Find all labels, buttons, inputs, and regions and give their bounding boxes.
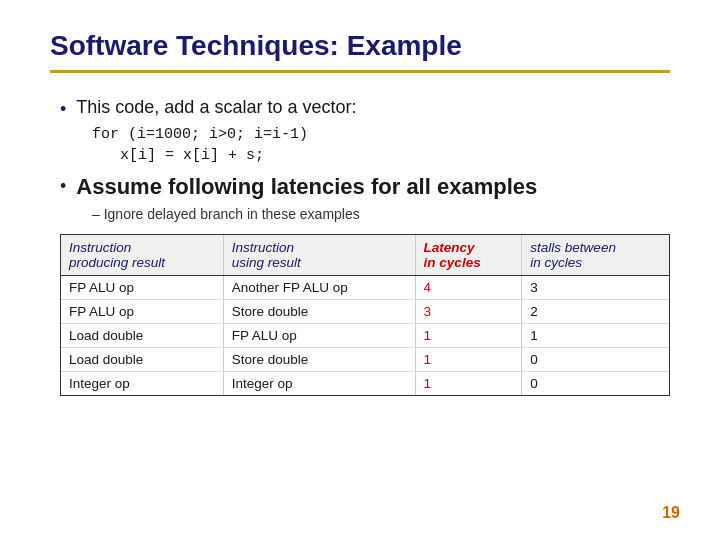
table-body: FP ALU opAnother FP ALU op43FP ALU opSto…: [61, 276, 669, 396]
bullet-1-text: This code, add a scalar to a vector:: [76, 97, 356, 118]
table-cell-2-3: 1: [522, 324, 669, 348]
col-header-using: Instructionusing result: [223, 235, 415, 276]
table-cell-4-3: 0: [522, 372, 669, 396]
code-line-1: for (i=1000; i>0; i=i-1): [92, 126, 670, 143]
table-cell-0-0: FP ALU op: [61, 276, 223, 300]
table-cell-4-1: Integer op: [223, 372, 415, 396]
bullet-1: • This code, add a scalar to a vector:: [60, 97, 670, 120]
table-cell-2-2: 1: [415, 324, 522, 348]
table-cell-2-1: FP ALU op: [223, 324, 415, 348]
table-cell-0-1: Another FP ALU op: [223, 276, 415, 300]
table-row: Load doubleStore double10: [61, 348, 669, 372]
col-header-producing: Instructionproducing result: [61, 235, 223, 276]
col-header-stalls: stalls betweenin cycles: [522, 235, 669, 276]
table-cell-1-0: FP ALU op: [61, 300, 223, 324]
table-cell-4-0: Integer op: [61, 372, 223, 396]
table-cell-2-0: Load double: [61, 324, 223, 348]
table-cell-1-1: Store double: [223, 300, 415, 324]
page-number: 19: [662, 504, 680, 522]
table-row: FP ALU opStore double32: [61, 300, 669, 324]
latency-table-container: Instructionproducing result Instructionu…: [60, 234, 670, 396]
bullet-icon-1: •: [60, 99, 66, 120]
bullet-2: • Assume following latencies for all exa…: [60, 174, 670, 200]
table-cell-3-1: Store double: [223, 348, 415, 372]
latency-table: Instructionproducing result Instructionu…: [61, 235, 669, 395]
table-row: Integer opInteger op10: [61, 372, 669, 396]
table-cell-1-3: 2: [522, 300, 669, 324]
bullet-2-text: Assume following latencies for all examp…: [76, 174, 537, 200]
table-cell-1-2: 3: [415, 300, 522, 324]
table-cell-3-0: Load double: [61, 348, 223, 372]
slide: Software Techniques: Example • This code…: [0, 0, 720, 540]
table-row: Load doubleFP ALU op11: [61, 324, 669, 348]
slide-title: Software Techniques: Example: [50, 30, 670, 62]
code-line-2: x[i] = x[i] + s;: [120, 147, 670, 164]
table-cell-0-2: 4: [415, 276, 522, 300]
table-cell-4-2: 1: [415, 372, 522, 396]
col-header-latency: Latencyin cycles: [415, 235, 522, 276]
title-area: Software Techniques: Example: [50, 30, 670, 73]
table-cell-3-2: 1: [415, 348, 522, 372]
table-cell-0-3: 3: [522, 276, 669, 300]
table-header-row: Instructionproducing result Instructionu…: [61, 235, 669, 276]
table-cell-3-3: 0: [522, 348, 669, 372]
bullet-icon-2: •: [60, 176, 66, 197]
slide-content: • This code, add a scalar to a vector: f…: [50, 97, 670, 396]
sub-bullet: – Ignore delayed branch in these example…: [92, 206, 670, 222]
table-row: FP ALU opAnother FP ALU op43: [61, 276, 669, 300]
